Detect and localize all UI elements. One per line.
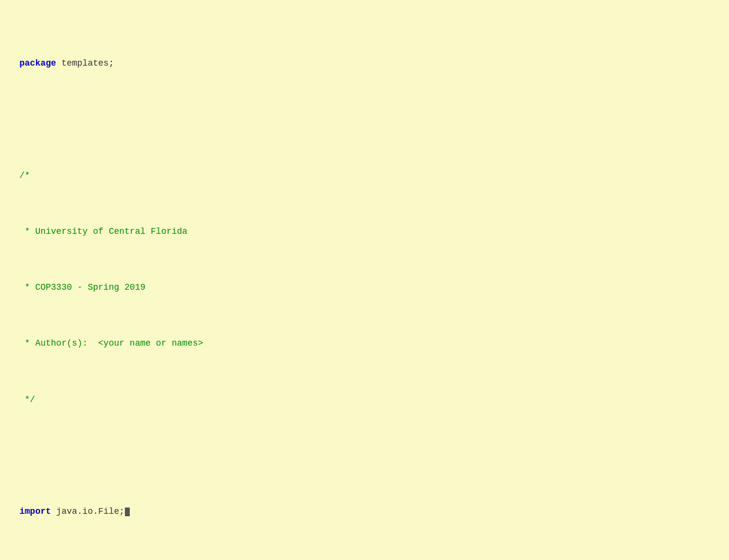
code-line-7: */ xyxy=(19,393,710,407)
text-cursor xyxy=(125,508,130,516)
code-line-6: * Author(s): <your name or names> xyxy=(19,336,710,350)
code-line-1: package templates; xyxy=(19,56,710,70)
code-line-5: * COP3330 - Spring 2019 xyxy=(19,280,710,295)
code-line-2 xyxy=(19,113,710,127)
code-line-8 xyxy=(19,449,710,463)
keyword-package: package xyxy=(19,58,56,68)
code-line-9: import java.io.File; xyxy=(19,505,710,519)
code-editor: package templates; /* * University of Ce… xyxy=(19,15,710,560)
code-line-3: /* xyxy=(19,169,710,183)
code-line-4: * University of Central Florida xyxy=(19,225,710,239)
